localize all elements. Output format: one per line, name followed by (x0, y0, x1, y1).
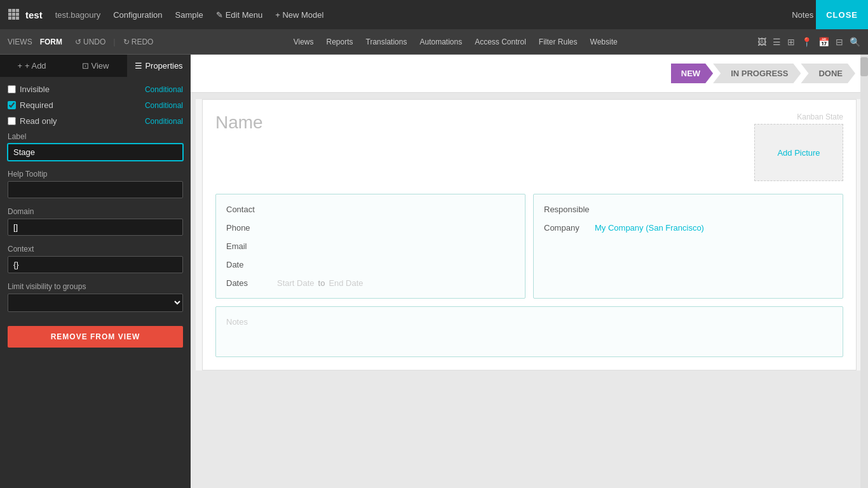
contact-label: Contact (226, 205, 277, 214)
svg-rect-6 (8, 17, 11, 20)
remove-from-view-btn[interactable]: REMOVE FROM VIEW (8, 326, 183, 348)
nav-sample[interactable]: Sample (175, 10, 203, 20)
svg-rect-3 (8, 13, 11, 16)
name-picture-row: Name Kanban State Add Picture (215, 112, 843, 181)
scroll-indicator[interactable] (860, 55, 868, 488)
invisible-row: Invisible Conditional (8, 85, 183, 94)
close-btn[interactable]: CLOSE (816, 0, 868, 29)
start-date-placeholder[interactable]: Start Date (277, 278, 315, 288)
form-tab[interactable]: FORM (40, 37, 62, 46)
help-tooltip-section: Help Tooltip (8, 170, 183, 198)
context-section: Context (8, 245, 183, 273)
readonly-checkbox-label[interactable]: Read only (8, 116, 57, 126)
notes-box[interactable]: Notes (215, 306, 843, 357)
redo-btn[interactable]: ↻ REDO (123, 37, 154, 46)
status-in-progress[interactable]: IN PROGRESS (713, 64, 801, 83)
dates-row: Dates Start Date to End Date (226, 278, 515, 288)
invisible-checkbox[interactable] (8, 85, 16, 93)
search-icon[interactable]: 🔍 (850, 37, 860, 47)
invisible-conditional[interactable]: Conditional (145, 85, 183, 94)
phone-row: Phone (226, 223, 515, 233)
required-row: Required Conditional (8, 100, 183, 110)
label-field-label: Label (8, 132, 183, 141)
nav-views[interactable]: Views (294, 37, 314, 46)
context-label: Context (8, 245, 183, 254)
domain-input[interactable] (8, 219, 183, 236)
responsible-label: Responsible (544, 205, 595, 214)
kanban-state-label: Kanban State (797, 112, 843, 121)
app-name[interactable]: test (25, 10, 43, 20)
limit-visibility-section: Limit visibility to groups (8, 282, 183, 312)
email-row: Email (226, 241, 515, 251)
calendar-icon[interactable]: 📅 (818, 37, 829, 47)
undo-btn[interactable]: ↺ UNDO (75, 37, 105, 46)
responsible-row: Responsible (544, 205, 832, 214)
nav-configuration[interactable]: Configuration (113, 10, 162, 20)
required-checkbox[interactable] (8, 101, 16, 109)
label-input[interactable] (8, 144, 183, 161)
email-label: Email (226, 241, 277, 251)
nav-website[interactable]: Website (590, 37, 618, 46)
nav-automations[interactable]: Automations (419, 37, 462, 46)
svg-rect-2 (16, 9, 19, 12)
grid-icon[interactable] (8, 8, 19, 22)
status-bar: NEW IN PROGRESS DONE (191, 55, 868, 93)
notes-btn[interactable]: Notes (792, 10, 813, 20)
readonly-conditional[interactable]: Conditional (145, 117, 183, 126)
map-pin-icon[interactable]: 📍 (801, 37, 812, 47)
invisible-checkbox-label[interactable]: Invisible (8, 85, 50, 94)
grid-view-icon[interactable]: ⊞ (787, 37, 795, 47)
properties-tab[interactable]: ☰ Properties (127, 55, 191, 77)
nav-access-control[interactable]: Access Control (475, 37, 526, 46)
help-tooltip-input[interactable] (8, 181, 183, 198)
readonly-checkbox[interactable] (8, 117, 16, 125)
svg-rect-4 (12, 13, 15, 16)
image-icon[interactable]: 🖼 (757, 37, 766, 47)
svg-rect-5 (16, 13, 19, 16)
company-value[interactable]: My Company (San Francisco) (595, 223, 832, 233)
edit-menu-btn[interactable]: ✎ Edit Menu (216, 10, 263, 20)
view-tab[interactable]: ⊡ View (64, 55, 127, 77)
undo-icon: ↺ (75, 37, 81, 46)
views-tab[interactable]: VIEWS (8, 37, 32, 46)
context-input[interactable] (8, 256, 183, 273)
main-content: NEW IN PROGRESS DONE Name Kanban State A… (191, 55, 868, 488)
svg-rect-8 (16, 17, 19, 20)
required-conditional[interactable]: Conditional (145, 101, 183, 110)
add-picture-area[interactable]: Add Picture (754, 124, 843, 181)
add-picture-label: Add Picture (777, 148, 820, 158)
status-done[interactable]: DONE (801, 64, 855, 83)
date-range-to: to (318, 278, 325, 288)
limit-visibility-label: Limit visibility to groups (8, 282, 183, 291)
date-row: Date (226, 260, 515, 269)
end-date-placeholder[interactable]: End Date (329, 278, 363, 288)
instance-name: test.bagoury (55, 10, 101, 20)
svg-rect-1 (12, 9, 15, 12)
status-new[interactable]: NEW (671, 64, 713, 83)
add-tab[interactable]: + + Add (0, 55, 64, 77)
left-panel: + + Add ⊡ View ☰ Properties Invisible Co… (0, 55, 191, 488)
help-tooltip-label: Help Tooltip (8, 170, 183, 179)
second-bar: VIEWS FORM ↺ UNDO | ↻ REDO Views Reports… (0, 29, 868, 55)
contact-row: Contact (226, 205, 515, 214)
form-area: Name Kanban State Add Picture Contact (202, 99, 857, 370)
pencil-icon: ✎ (216, 10, 223, 20)
limit-visibility-select[interactable] (8, 294, 183, 312)
nav-filter-rules[interactable]: Filter Rules (539, 37, 578, 46)
svg-rect-0 (8, 9, 11, 12)
svg-rect-7 (12, 17, 15, 20)
new-model-btn[interactable]: + New Model (275, 10, 323, 20)
list-icon[interactable]: ☰ (773, 37, 781, 47)
required-checkbox-label[interactable]: Required (8, 100, 53, 110)
domain-label: Domain (8, 207, 183, 216)
redo-icon: ↻ (123, 37, 130, 46)
nav-translations[interactable]: Translations (366, 37, 407, 46)
domain-section: Domain (8, 207, 183, 236)
status-steps: NEW IN PROGRESS DONE (671, 64, 855, 83)
name-field[interactable]: Name (215, 112, 742, 133)
nav-reports[interactable]: Reports (327, 37, 353, 46)
table-icon[interactable]: ⊟ (836, 37, 843, 47)
view-icon: ⊡ (82, 61, 89, 71)
scroll-handle[interactable] (860, 57, 868, 76)
company-label: Company (544, 223, 595, 233)
